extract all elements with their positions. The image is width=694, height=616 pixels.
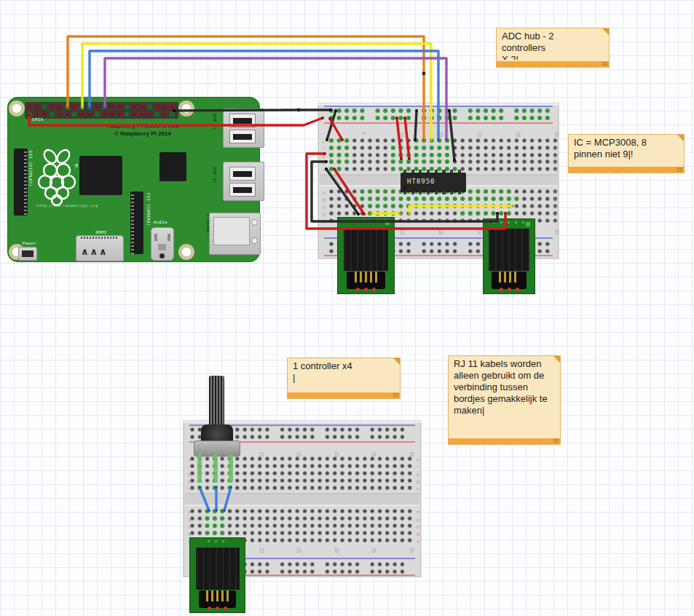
jumper-black-mid-1-end[interactable] xyxy=(414,138,417,141)
rj11-breakout-1[interactable] xyxy=(337,217,395,294)
jumper-red-rail-end[interactable] xyxy=(341,138,344,141)
ic-mcp3008-chip[interactable]: HT8950 xyxy=(401,173,466,191)
wire-yellow-long-end[interactable] xyxy=(511,205,514,208)
gpio-pin[interactable] xyxy=(34,104,39,109)
gpio-pin[interactable] xyxy=(170,111,175,117)
note-rj11-kabels[interactable]: RJ 11 kabels worden alleen gebruikt om d… xyxy=(448,355,561,445)
jumper-black-mid-2[interactable] xyxy=(449,111,454,160)
wire-yellow-short-end[interactable] xyxy=(398,212,401,215)
gpio-pin[interactable] xyxy=(102,104,107,109)
rj11-breakout-3[interactable] xyxy=(189,537,245,613)
wire-blue-pot-3[interactable] xyxy=(224,487,231,510)
note-text[interactable]: ADC hub - 2 controllers X 2| xyxy=(502,31,599,60)
csi-connector[interactable] xyxy=(130,191,143,254)
dsi-connector[interactable] xyxy=(14,149,28,216)
gpio-pin[interactable] xyxy=(170,104,175,109)
gpio-pin[interactable] xyxy=(117,111,122,117)
jumper-red-mid-2-end[interactable] xyxy=(403,117,406,119)
gpio-pin[interactable] xyxy=(65,111,70,117)
gpio-pin[interactable] xyxy=(87,104,92,109)
wire-blue-pot-3-end[interactable] xyxy=(229,486,232,489)
wire-black-wraparound-end[interactable] xyxy=(496,212,499,215)
gpio-pin[interactable] xyxy=(57,104,62,109)
gpio-pin[interactable] xyxy=(102,111,107,117)
gpio-pin[interactable] xyxy=(109,111,114,117)
hdmi-port[interactable]: ∧∧∧ xyxy=(76,235,124,261)
jumper-red-diag-end[interactable] xyxy=(363,213,366,216)
wire-bendpoint[interactable] xyxy=(422,72,426,76)
gpio-pin[interactable] xyxy=(42,111,47,117)
wire-orange-gpio-end[interactable] xyxy=(422,138,425,141)
jumper-red-diag[interactable] xyxy=(334,169,364,214)
gpio-pin[interactable] xyxy=(57,111,62,117)
gpio-pin[interactable] xyxy=(27,111,32,117)
gpio-pin[interactable] xyxy=(125,111,130,117)
gpio-pin[interactable] xyxy=(87,111,92,117)
jumper-red-diag-end[interactable] xyxy=(333,167,336,170)
wire-yellow-long-end[interactable] xyxy=(408,212,411,215)
gpio-pin[interactable] xyxy=(79,104,84,109)
note-resize-bar[interactable] xyxy=(288,392,400,398)
jumper-red-rail[interactable] xyxy=(330,119,342,140)
note-text[interactable]: IC = MCP3008, 8 pinnen niet 9|! xyxy=(574,137,674,165)
jumper-black-mid-1-end[interactable] xyxy=(415,109,418,112)
wire-black-5v-end[interactable] xyxy=(329,108,332,111)
wire-black-wraparound-end[interactable] xyxy=(325,160,328,163)
gpio-pin[interactable] xyxy=(140,111,145,117)
raspberry-pi-board[interactable]: GPIO Raspberry Pi Model 2 v1.1 © Raspber… xyxy=(7,97,260,262)
gpio-pin[interactable] xyxy=(162,111,167,117)
gpio-pin[interactable] xyxy=(34,111,39,117)
jumper-black-diag-end[interactable] xyxy=(357,213,360,216)
gpio-pin[interactable] xyxy=(147,104,152,109)
gpio-pin[interactable] xyxy=(162,104,167,109)
jumper-black-diag-end[interactable] xyxy=(325,167,328,170)
jumper-red-rail-end[interactable] xyxy=(328,117,331,120)
wire-bendpoint[interactable] xyxy=(297,108,301,112)
gpio-pin[interactable] xyxy=(109,104,114,109)
gpio-pin[interactable] xyxy=(117,104,122,109)
gpio-pin[interactable] xyxy=(42,104,47,109)
wire-blue-pot-1-end[interactable] xyxy=(198,486,201,489)
gpio-pin[interactable] xyxy=(50,111,55,117)
usb-port-top[interactable] xyxy=(223,108,264,148)
resize-grip-icon[interactable] xyxy=(602,62,607,66)
gpio-pin[interactable] xyxy=(95,104,100,109)
wire-blue-pot-2-end[interactable] xyxy=(215,486,218,489)
gpio-pin[interactable] xyxy=(147,111,152,117)
wire-blue-pot-2-end[interactable] xyxy=(215,509,218,512)
gpio-pin[interactable] xyxy=(72,104,77,109)
jumper-black-mid-2-end[interactable] xyxy=(448,109,451,112)
jumper-red-mid-1-end[interactable] xyxy=(400,157,403,160)
jumper-red-mid-1-end[interactable] xyxy=(395,117,398,119)
wire-red-wraparound-end[interactable] xyxy=(504,212,507,215)
gpio-pin[interactable] xyxy=(125,104,130,109)
jumper-black-mid-1[interactable] xyxy=(415,111,417,140)
gpio-pin[interactable] xyxy=(79,111,84,117)
jumper-black-diag[interactable] xyxy=(326,169,358,214)
note-adc-hub[interactable]: ADC hub - 2 controllers X 2| xyxy=(496,28,610,68)
jumper-black-rail-end[interactable] xyxy=(326,138,328,141)
wire-blue-pot-1-end[interactable] xyxy=(208,509,210,512)
gpio-pin[interactable] xyxy=(154,111,159,117)
wire-red-3v3-end[interactable] xyxy=(321,117,324,119)
wire-blue-gpio-end[interactable] xyxy=(437,138,440,141)
wire-blue-pot-3-end[interactable] xyxy=(223,509,226,512)
breadboard-holes[interactable] xyxy=(191,457,412,542)
note-resize-bar[interactable] xyxy=(569,167,684,173)
gpio-pin[interactable] xyxy=(132,111,137,117)
resize-grip-icon[interactable] xyxy=(553,439,559,443)
gpio-pin[interactable] xyxy=(154,104,159,109)
wire-yellow-gpio-end[interactable] xyxy=(430,138,433,141)
wire-yellow-short-end[interactable] xyxy=(370,212,373,215)
ethernet-port[interactable] xyxy=(209,213,261,255)
gpio-header[interactable] xyxy=(25,102,178,119)
resize-grip-icon[interactable] xyxy=(677,167,682,172)
note-ic-mcp3008[interactable]: IC = MCP3008, 8 pinnen niet 9|! xyxy=(568,134,685,173)
note-resize-bar[interactable] xyxy=(449,438,560,444)
gpio-pin[interactable] xyxy=(132,104,137,109)
power-micro-usb[interactable] xyxy=(18,247,37,261)
jumper-black-rail-end[interactable] xyxy=(334,109,337,112)
jumper-red-mid-2[interactable] xyxy=(405,118,409,159)
wire-purple-gpio-end[interactable] xyxy=(445,138,448,141)
gpio-pin[interactable] xyxy=(95,111,100,117)
